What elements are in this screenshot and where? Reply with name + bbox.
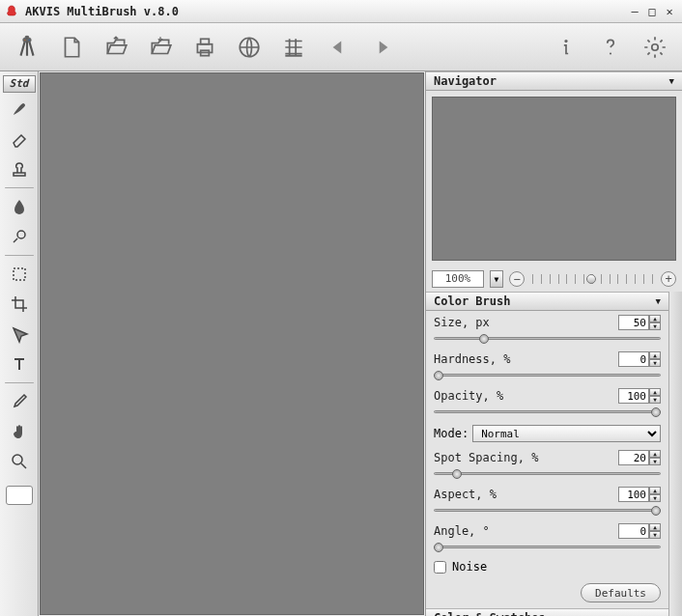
- spot-slider[interactable]: [434, 467, 661, 479]
- mode-select[interactable]: Normal: [472, 425, 661, 442]
- color-brush-header[interactable]: Color Brush ▼: [426, 292, 668, 311]
- spot-up[interactable]: ▲: [649, 450, 661, 458]
- defaults-button[interactable]: Defaults: [581, 583, 661, 602]
- brush-tool[interactable]: [4, 96, 35, 123]
- settings-button[interactable]: [636, 28, 674, 67]
- save-file-button[interactable]: [141, 28, 180, 67]
- blur-tool[interactable]: [4, 193, 35, 220]
- svg-point-13: [13, 455, 22, 464]
- angle-slider[interactable]: [434, 541, 661, 552]
- svg-point-7: [564, 39, 567, 42]
- size-up[interactable]: ▲: [649, 315, 661, 322]
- window-title: AKVIS MultiBrush v.8.0: [25, 5, 626, 18]
- param-aspect: Aspect, % ▲▼: [426, 483, 668, 516]
- dodge-tool[interactable]: [4, 223, 35, 250]
- zoom-slider[interactable]: [530, 271, 655, 287]
- eraser-tool[interactable]: [4, 126, 35, 153]
- aspect-down[interactable]: ▼: [649, 494, 661, 502]
- hardness-input[interactable]: [618, 351, 649, 367]
- crop-tool[interactable]: [4, 291, 35, 318]
- hand-tool[interactable]: [4, 418, 35, 445]
- maximize-button[interactable]: □: [643, 4, 661, 19]
- size-down[interactable]: ▼: [649, 322, 661, 330]
- opacity-down[interactable]: ▼: [649, 396, 661, 404]
- noise-checkbox[interactable]: [434, 561, 446, 574]
- redo-button[interactable]: [363, 28, 402, 67]
- print-button[interactable]: [185, 28, 224, 67]
- brushes-icon[interactable]: [8, 28, 46, 67]
- grid-button[interactable]: [274, 28, 313, 67]
- angle-label: Angle, °: [434, 524, 490, 538]
- zoom-in-button[interactable]: +: [661, 271, 676, 287]
- web-button[interactable]: [230, 28, 269, 67]
- hardness-slider[interactable]: [434, 369, 661, 380]
- right-panel: Navigator ▼ 100% ▼ − + Color Brush ▼ Siz…: [425, 71, 682, 616]
- noise-label: Noise: [452, 560, 487, 574]
- open-file-button[interactable]: [97, 28, 135, 67]
- aspect-input[interactable]: [618, 487, 649, 502]
- color-swatches-title: Color & Swatches: [434, 611, 546, 616]
- collapse-icon: ▼: [656, 296, 661, 306]
- move-tool[interactable]: [4, 321, 35, 348]
- separator: [5, 382, 34, 383]
- zoom-out-button[interactable]: −: [509, 271, 525, 287]
- zoom-dropdown[interactable]: ▼: [490, 270, 503, 288]
- size-input[interactable]: [618, 315, 649, 330]
- angle-up[interactable]: ▲: [649, 523, 661, 531]
- svg-point-8: [610, 52, 611, 54]
- navigator-header[interactable]: Navigator ▼: [426, 71, 682, 91]
- minimize-button[interactable]: —: [626, 4, 643, 19]
- spot-input[interactable]: [618, 450, 649, 465]
- opacity-input[interactable]: [618, 388, 649, 404]
- navigator-title: Navigator: [434, 74, 497, 88]
- defaults-row: Defaults: [426, 577, 668, 608]
- svg-point-9: [652, 43, 659, 50]
- eyedropper-tool[interactable]: [4, 388, 35, 415]
- param-noise: Noise: [426, 556, 668, 577]
- color-swatches-header[interactable]: Color & Swatches ▼: [426, 608, 668, 616]
- zoom-tool[interactable]: [4, 448, 35, 475]
- color-swatch[interactable]: [6, 486, 33, 505]
- info-button[interactable]: [547, 28, 585, 67]
- param-angle: Angle, ° ▲▼: [426, 519, 668, 552]
- aspect-up[interactable]: ▲: [649, 487, 661, 494]
- param-size: Size, px ▲▼: [426, 311, 668, 344]
- canvas-area[interactable]: [40, 72, 424, 615]
- navigator-zoom-bar: 100% ▼ − +: [426, 266, 682, 292]
- hardness-down[interactable]: ▼: [649, 359, 661, 367]
- undo-button[interactable]: [319, 28, 357, 67]
- spot-down[interactable]: ▼: [649, 458, 661, 465]
- svg-rect-10: [14, 173, 25, 176]
- angle-down[interactable]: ▼: [649, 531, 661, 539]
- stamp-tool[interactable]: [4, 155, 35, 182]
- size-label: Size, px: [434, 316, 490, 329]
- new-file-button[interactable]: [52, 28, 91, 67]
- svg-rect-12: [14, 268, 25, 280]
- opacity-slider[interactable]: [434, 406, 661, 417]
- close-button[interactable]: ✕: [661, 4, 678, 19]
- opacity-label: Opacity, %: [434, 389, 503, 403]
- spot-label: Spot Spacing, %: [434, 451, 538, 464]
- app-logo-icon: [4, 4, 19, 19]
- zoom-value: 100%: [432, 270, 484, 288]
- hardness-label: Hardness, %: [434, 352, 510, 366]
- left-toolbar: Std: [0, 71, 39, 616]
- hardness-up[interactable]: ▲: [649, 351, 661, 359]
- collapse-icon: ▼: [669, 76, 674, 86]
- opacity-up[interactable]: ▲: [649, 388, 661, 396]
- select-tool[interactable]: [4, 261, 35, 288]
- navigator-preview[interactable]: [432, 97, 676, 261]
- mode-label: Mode:: [434, 427, 469, 440]
- titlebar: AKVIS MultiBrush v.8.0 — □ ✕: [0, 0, 682, 23]
- help-button[interactable]: [591, 28, 630, 67]
- angle-input[interactable]: [618, 523, 649, 539]
- size-slider[interactable]: [434, 332, 661, 344]
- aspect-label: Aspect, %: [434, 488, 497, 501]
- text-tool[interactable]: [4, 350, 35, 378]
- param-opacity: Opacity, % ▲▼: [426, 384, 668, 417]
- main-toolbar: [0, 23, 682, 71]
- mode-std-button[interactable]: Std: [3, 75, 36, 93]
- separator: [5, 255, 34, 256]
- right-scrollbar[interactable]: [668, 292, 682, 616]
- aspect-slider[interactable]: [434, 504, 661, 516]
